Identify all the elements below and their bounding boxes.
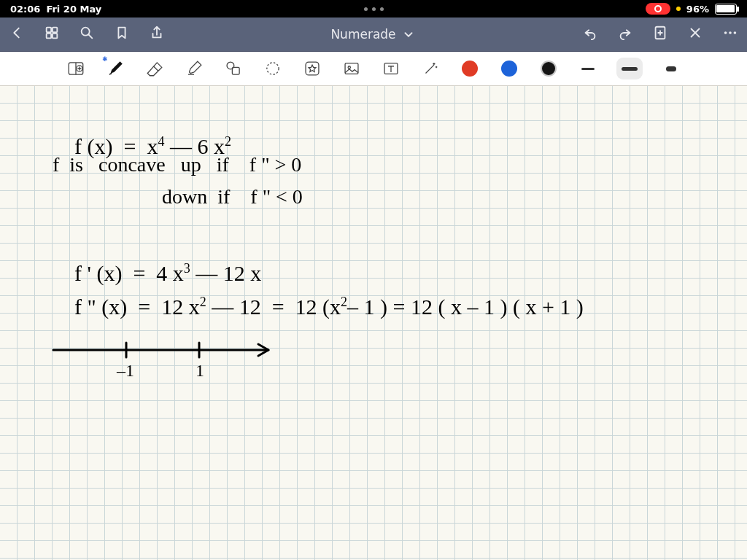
hw-line-5: f " (x) = 12 x2 — 12 = 12 (x2– 1 ) = 12 …	[53, 270, 584, 344]
eraser-icon	[145, 59, 164, 78]
status-bar: 02:06 Fri 20 May 96%	[0, 0, 747, 18]
doc-title-button[interactable]: Numerade	[330, 26, 416, 42]
redo-button[interactable]	[617, 25, 633, 44]
numberline-label-left: –1	[116, 361, 134, 380]
thick-stroke-icon	[666, 66, 676, 71]
color-red[interactable]	[459, 58, 481, 79]
pen-tool[interactable]: ✱	[104, 58, 126, 79]
undo-icon	[582, 25, 598, 41]
stroke-thick[interactable]	[660, 58, 682, 79]
text-tool[interactable]	[380, 58, 402, 79]
numberline-drawing: –1 1	[50, 334, 283, 385]
redo-icon	[617, 25, 633, 41]
text-icon	[382, 59, 400, 78]
ellipsis-icon	[722, 25, 738, 41]
stroke-medium[interactable]	[616, 58, 643, 79]
wand-icon	[421, 59, 440, 78]
thin-stroke-icon	[581, 68, 595, 70]
chevron-left-icon	[9, 25, 25, 41]
red-swatch-icon	[462, 61, 478, 77]
close-icon	[687, 25, 703, 41]
svg-point-11	[227, 62, 234, 69]
search-button[interactable]	[79, 25, 95, 44]
color-black[interactable]	[538, 58, 560, 79]
wand-tool[interactable]	[419, 58, 441, 79]
search-icon	[79, 25, 95, 41]
color-blue[interactable]	[498, 58, 520, 79]
close-button[interactable]	[687, 25, 703, 44]
svg-point-13	[267, 63, 279, 74]
status-time: 02:06	[10, 4, 40, 15]
tool-bar: ✱	[0, 52, 747, 86]
bookmark-icon	[114, 25, 130, 41]
grid-icon	[44, 25, 60, 41]
sticker-tool[interactable]	[301, 58, 323, 79]
back-button[interactable]	[9, 25, 25, 44]
note-canvas[interactable]: f (x) = x4 — 6 x2 f is concave up if f "…	[0, 86, 747, 560]
blue-swatch-icon	[501, 61, 517, 77]
stroke-thin[interactable]	[577, 58, 599, 79]
bluetooth-badge-icon: ✱	[102, 55, 108, 63]
svg-rect-0	[47, 28, 51, 32]
highlighter-icon	[185, 59, 204, 78]
svg-rect-3	[53, 34, 57, 38]
add-page-icon	[652, 25, 668, 41]
zoom-icon	[66, 59, 85, 78]
svg-point-7	[729, 31, 732, 34]
battery-percent: 96%	[686, 4, 709, 15]
hw-line-2: f is concave up if f " > 0	[53, 153, 301, 176]
hw-line-3: down if f " < 0	[162, 185, 303, 209]
medium-stroke-icon	[622, 67, 638, 71]
svg-point-16	[348, 66, 350, 69]
zoom-tool[interactable]	[65, 58, 87, 79]
svg-point-6	[724, 31, 727, 34]
low-power-dot-icon	[676, 7, 681, 11]
svg-rect-1	[53, 28, 57, 32]
bookmark-button[interactable]	[114, 25, 130, 44]
eraser-tool[interactable]	[144, 58, 166, 79]
multitask-dots-icon[interactable]	[364, 7, 384, 11]
shapes-icon	[224, 59, 243, 78]
undo-button[interactable]	[582, 25, 598, 44]
screen-record-pill-icon[interactable]	[646, 3, 670, 15]
more-button[interactable]	[722, 25, 738, 44]
app-nav-bar: Numerade	[0, 18, 747, 52]
add-page-button[interactable]	[652, 25, 668, 44]
chevron-down-icon	[400, 26, 417, 42]
star-badge-icon	[303, 59, 322, 78]
library-button[interactable]	[44, 25, 60, 44]
highlighter-tool[interactable]	[183, 58, 205, 79]
svg-point-4	[82, 28, 90, 36]
image-icon	[342, 59, 361, 78]
lasso-tool[interactable]	[262, 58, 284, 79]
numberline-label-right: 1	[196, 361, 204, 380]
image-tool[interactable]	[341, 58, 363, 79]
doc-title: Numerade	[330, 27, 395, 42]
svg-rect-15	[345, 63, 358, 74]
share-button[interactable]	[149, 25, 165, 44]
shapes-tool[interactable]	[222, 58, 244, 79]
black-swatch-icon	[541, 61, 557, 77]
status-date: Fri 20 May	[46, 4, 101, 15]
battery-icon	[715, 4, 737, 15]
svg-point-8	[734, 31, 737, 34]
lasso-icon	[263, 59, 282, 78]
fountain-pen-icon	[106, 59, 125, 78]
svg-rect-2	[47, 34, 51, 38]
share-icon	[149, 25, 165, 41]
